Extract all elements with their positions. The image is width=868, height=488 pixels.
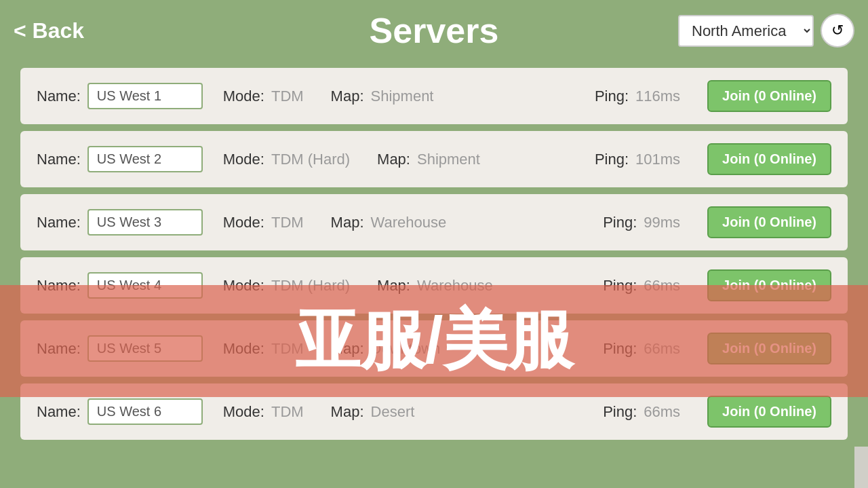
name-group: Name: bbox=[37, 209, 203, 236]
join-button[interactable]: Join (0 Online) bbox=[707, 80, 831, 112]
name-group: Name: bbox=[37, 398, 203, 425]
name-label: Name: bbox=[37, 214, 81, 231]
table-row: Name: Mode: TDM Map: Warehouse Ping: 99m… bbox=[20, 194, 848, 250]
table-row: Name: Mode: TDM Map: Shipment Ping: 116m… bbox=[20, 68, 848, 124]
ping-group: Ping: 116ms bbox=[595, 88, 687, 105]
header-right: North America Europe Asia South America … bbox=[678, 14, 854, 48]
map-value: Shipment bbox=[417, 151, 480, 168]
map-group: Map: Warehouse bbox=[331, 214, 454, 231]
name-label: Name: bbox=[37, 403, 81, 421]
server-name-input[interactable] bbox=[87, 398, 203, 425]
ping-value: 116ms bbox=[635, 88, 680, 105]
ping-label: Ping: bbox=[595, 151, 629, 168]
ping-value: 66ms bbox=[644, 403, 680, 421]
name-label: Name: bbox=[37, 151, 81, 168]
ping-group: Ping: 66ms bbox=[603, 403, 687, 421]
map-label: Map: bbox=[377, 151, 410, 168]
table-row: Name: Mode: TDM (Hard) Map: Shipment Pin… bbox=[20, 131, 848, 187]
map-value: Warehouse bbox=[371, 214, 447, 231]
map-label: Map: bbox=[331, 403, 364, 421]
overlay-text: 亚服/美服 bbox=[295, 297, 574, 386]
mode-label: Mode: bbox=[223, 88, 264, 105]
mode-group: Mode: TDM bbox=[223, 403, 311, 421]
mode-value: TDM bbox=[271, 403, 304, 421]
mode-label: Mode: bbox=[223, 403, 264, 421]
map-group: Map: Desert bbox=[331, 403, 422, 421]
refresh-button[interactable]: ↺ bbox=[821, 14, 854, 48]
refresh-icon: ↺ bbox=[831, 22, 844, 39]
ping-label: Ping: bbox=[595, 88, 629, 105]
ping-value: 101ms bbox=[635, 151, 680, 168]
ping-group: Ping: 99ms bbox=[603, 214, 687, 231]
map-value: Shipment bbox=[371, 88, 434, 105]
header: < Back Servers North America Europe Asia… bbox=[0, 0, 868, 61]
mode-value: TDM bbox=[271, 214, 304, 231]
mode-group: Mode: TDM bbox=[223, 214, 311, 231]
server-name-input[interactable] bbox=[87, 146, 203, 172]
join-button[interactable]: Join (0 Online) bbox=[707, 143, 831, 175]
name-group: Name: bbox=[37, 146, 203, 172]
map-label: Map: bbox=[331, 214, 364, 231]
ping-group: Ping: 101ms bbox=[595, 151, 687, 168]
page-title: Servers bbox=[370, 10, 499, 51]
join-button[interactable]: Join (0 Online) bbox=[707, 396, 831, 428]
region-select[interactable]: North America Europe Asia South America bbox=[678, 15, 814, 47]
map-group: Map: Shipment bbox=[377, 151, 487, 168]
map-group: Map: Shipment bbox=[331, 88, 441, 105]
server-name-input[interactable] bbox=[87, 83, 203, 109]
name-group: Name: bbox=[37, 83, 203, 109]
map-label: Map: bbox=[331, 88, 364, 105]
ping-label: Ping: bbox=[603, 403, 637, 421]
map-value: Desert bbox=[371, 403, 415, 421]
mode-label: Mode: bbox=[223, 151, 264, 168]
mode-value: TDM bbox=[271, 88, 304, 105]
mode-label: Mode: bbox=[223, 214, 264, 231]
mode-group: Mode: TDM bbox=[223, 88, 311, 105]
server-name-input[interactable] bbox=[87, 209, 203, 236]
mode-group: Mode: TDM (Hard) bbox=[223, 151, 357, 168]
back-button[interactable]: < Back bbox=[14, 18, 84, 43]
ping-value: 99ms bbox=[644, 214, 680, 231]
ping-label: Ping: bbox=[603, 214, 637, 231]
mode-value: TDM (Hard) bbox=[271, 151, 350, 168]
overlay-banner: 亚服/美服 bbox=[0, 285, 868, 397]
name-label: Name: bbox=[37, 88, 81, 105]
join-button[interactable]: Join (0 Online) bbox=[707, 206, 831, 238]
